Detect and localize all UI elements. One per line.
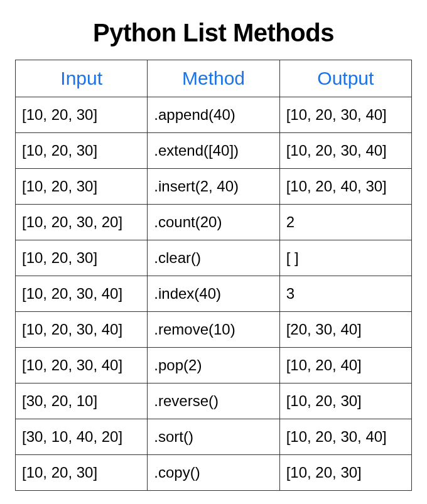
cell-method: .count(20) (148, 205, 279, 240)
cell-input: [10, 20, 30] (16, 97, 148, 133)
cell-output: [10, 20, 40, 30] (279, 169, 411, 205)
cell-input: [30, 20, 10] (16, 383, 148, 419)
cell-input: [10, 20, 30] (16, 240, 148, 276)
cell-method: .remove(10) (148, 312, 279, 348)
cell-method: .copy() (148, 455, 279, 491)
cell-method: .pop(2) (148, 348, 279, 383)
cell-output: [10, 20, 30, 40] (279, 419, 411, 455)
cell-input: [10, 20, 30, 40] (16, 312, 148, 348)
table-row: [10, 20, 30, 40] .index(40) 3 (16, 276, 412, 312)
cell-method: .sort() (148, 419, 279, 455)
cell-output: 2 (279, 205, 411, 240)
table-row: [10, 20, 30] .clear() [ ] (16, 240, 412, 276)
cell-input: [10, 20, 30] (16, 133, 148, 169)
table-header-row: Input Method Output (16, 60, 412, 97)
cell-input: [10, 20, 30, 40] (16, 348, 148, 383)
table-row: [10, 20, 30] .append(40) [10, 20, 30, 40… (16, 97, 412, 133)
table-row: [30, 10, 40, 20] .sort() [10, 20, 30, 40… (16, 419, 412, 455)
header-method: Method (148, 60, 279, 97)
methods-table: Input Method Output [10, 20, 30] .append… (15, 60, 412, 491)
cell-method: .append(40) (148, 97, 279, 133)
table-row: [10, 20, 30] .copy() [10, 20, 30] (16, 455, 412, 491)
table-body: [10, 20, 30] .append(40) [10, 20, 30, 40… (16, 97, 412, 491)
cell-input: [10, 20, 30, 20] (16, 205, 148, 240)
cell-input: [30, 10, 40, 20] (16, 419, 148, 455)
cell-output: [ ] (279, 240, 411, 276)
cell-output: [20, 30, 40] (279, 312, 411, 348)
header-input: Input (16, 60, 148, 97)
cell-input: [10, 20, 30, 40] (16, 276, 148, 312)
page-title: Python List Methods (15, 19, 412, 47)
cell-method: .index(40) (148, 276, 279, 312)
table-row: [10, 20, 30, 40] .pop(2) [10, 20, 40] (16, 348, 412, 383)
cell-method: .insert(2, 40) (148, 169, 279, 205)
cell-output: [10, 20, 30] (279, 455, 411, 491)
table-row: [10, 20, 30, 20] .count(20) 2 (16, 205, 412, 240)
cell-input: [10, 20, 30] (16, 169, 148, 205)
table-row: [10, 20, 30] .extend([40]) [10, 20, 30, … (16, 133, 412, 169)
cell-input: [10, 20, 30] (16, 455, 148, 491)
cell-method: .reverse() (148, 383, 279, 419)
cell-output: 3 (279, 276, 411, 312)
cell-method: .clear() (148, 240, 279, 276)
cell-output: [10, 20, 30, 40] (279, 97, 411, 133)
cell-method: .extend([40]) (148, 133, 279, 169)
cell-output: [10, 20, 40] (279, 348, 411, 383)
header-output: Output (279, 60, 411, 97)
table-row: [30, 20, 10] .reverse() [10, 20, 30] (16, 383, 412, 419)
cell-output: [10, 20, 30] (279, 383, 411, 419)
table-row: [10, 20, 30] .insert(2, 40) [10, 20, 40,… (16, 169, 412, 205)
table-row: [10, 20, 30, 40] .remove(10) [20, 30, 40… (16, 312, 412, 348)
cell-output: [10, 20, 30, 40] (279, 133, 411, 169)
